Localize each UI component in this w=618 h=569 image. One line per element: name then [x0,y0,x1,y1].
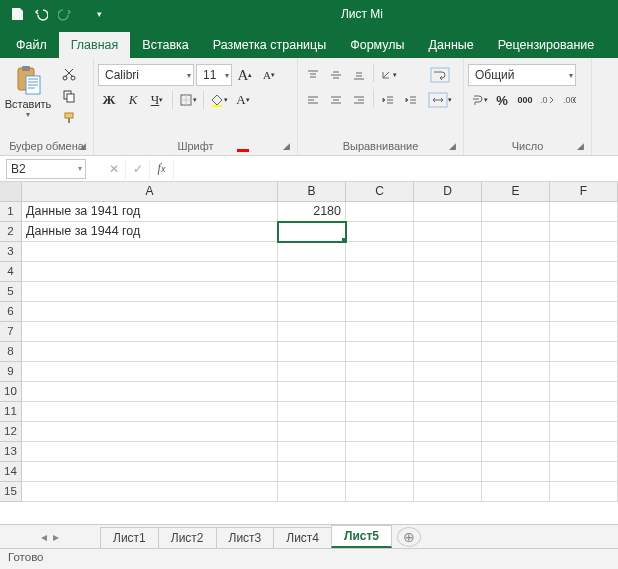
cell-A12[interactable] [22,422,278,442]
cell-B15[interactable] [278,482,346,502]
accept-formula-icon[interactable]: ✓ [126,159,150,179]
cell-C4[interactable] [346,262,414,282]
qat-customize-icon[interactable]: ▾ [88,3,110,25]
cell-C1[interactable] [346,202,414,222]
cell-E15[interactable] [482,482,550,502]
cell-D6[interactable] [414,302,482,322]
name-box[interactable]: B2▾ [6,159,86,179]
sheet-nav-next-icon[interactable]: ▸ [53,530,59,544]
number-format-combo[interactable]: Общий▾ [468,64,576,86]
cell-B11[interactable] [278,402,346,422]
format-painter-icon[interactable] [58,108,80,128]
add-sheet-icon[interactable]: ⊕ [397,527,421,547]
align-top-icon[interactable] [302,64,324,86]
cell-A2[interactable]: Данные за 1944 год [22,222,278,242]
underline-button[interactable]: Ч▾ [146,89,168,111]
currency-icon[interactable]: ▾ [468,89,490,111]
tab-data[interactable]: Данные [417,32,486,58]
cell-E12[interactable] [482,422,550,442]
cell-D15[interactable] [414,482,482,502]
fx-icon[interactable]: fx [150,159,174,179]
cell-D1[interactable] [414,202,482,222]
cell-F5[interactable] [550,282,618,302]
cell-E1[interactable] [482,202,550,222]
cell-D13[interactable] [414,442,482,462]
sheet-tab[interactable]: Лист3 [216,527,275,548]
cell-C5[interactable] [346,282,414,302]
row-header[interactable]: 2 [0,222,22,242]
font-size-combo[interactable]: 11▾ [196,64,232,86]
cell-E13[interactable] [482,442,550,462]
cell-E4[interactable] [482,262,550,282]
cell-C8[interactable] [346,342,414,362]
row-header[interactable]: 11 [0,402,22,422]
row-header[interactable]: 6 [0,302,22,322]
sheet-tab[interactable]: Лист2 [158,527,217,548]
cell-F6[interactable] [550,302,618,322]
column-header-F[interactable]: F [550,182,618,201]
cell-E14[interactable] [482,462,550,482]
cell-A1[interactable]: Данные за 1941 год [22,202,278,222]
increase-decimal-icon[interactable]: .0 [537,89,559,111]
cell-D5[interactable] [414,282,482,302]
row-header[interactable]: 8 [0,342,22,362]
cell-D9[interactable] [414,362,482,382]
cell-F8[interactable] [550,342,618,362]
cell-D3[interactable] [414,242,482,262]
paste-button[interactable]: Вставить ▾ [4,60,52,119]
number-launcher-icon[interactable]: ◢ [577,141,589,153]
comma-style-icon[interactable]: 000 [514,89,536,111]
cell-E5[interactable] [482,282,550,302]
tab-file[interactable]: Файл [4,32,59,58]
cell-C15[interactable] [346,482,414,502]
italic-button[interactable]: К [122,89,144,111]
cell-A4[interactable] [22,262,278,282]
cell-E9[interactable] [482,362,550,382]
cell-A5[interactable] [22,282,278,302]
cell-A14[interactable] [22,462,278,482]
row-header[interactable]: 12 [0,422,22,442]
cell-C6[interactable] [346,302,414,322]
cell-A7[interactable] [22,322,278,342]
cell-D14[interactable] [414,462,482,482]
sheet-tab[interactable]: Лист1 [100,527,159,548]
cell-B9[interactable] [278,362,346,382]
copy-icon[interactable] [58,86,80,106]
cell-D2[interactable] [414,222,482,242]
sheet-tab[interactable]: Лист4 [273,527,332,548]
cell-D8[interactable] [414,342,482,362]
undo-icon[interactable] [30,3,52,25]
cell-D4[interactable] [414,262,482,282]
cell-A10[interactable] [22,382,278,402]
cell-F2[interactable] [550,222,618,242]
align-center-icon[interactable] [325,89,347,111]
percent-icon[interactable]: % [491,89,513,111]
cut-icon[interactable] [58,64,80,84]
indent-increase-icon[interactable] [400,89,422,111]
cell-A13[interactable] [22,442,278,462]
tab-review[interactable]: Рецензирование [486,32,607,58]
row-header[interactable]: 1 [0,202,22,222]
cell-C7[interactable] [346,322,414,342]
column-header-C[interactable]: C [346,182,414,201]
cell-F11[interactable] [550,402,618,422]
tab-home[interactable]: Главная [59,32,131,58]
row-header[interactable]: 15 [0,482,22,502]
save-icon[interactable] [6,3,28,25]
row-header[interactable]: 3 [0,242,22,262]
cancel-formula-icon[interactable]: ✕ [102,159,126,179]
tab-layout[interactable]: Разметка страницы [201,32,338,58]
cell-B7[interactable] [278,322,346,342]
cell-E7[interactable] [482,322,550,342]
cell-B4[interactable] [278,262,346,282]
orientation-icon[interactable]: ▾ [377,64,399,86]
fill-color-icon[interactable]: ▾ [208,89,230,111]
cell-A9[interactable] [22,362,278,382]
cell-B8[interactable] [278,342,346,362]
tab-insert[interactable]: Вставка [130,32,200,58]
column-header-B[interactable]: B [278,182,346,201]
clipboard-launcher-icon[interactable]: ◢ [79,141,91,153]
cell-A15[interactable] [22,482,278,502]
cell-F1[interactable] [550,202,618,222]
cell-F7[interactable] [550,322,618,342]
